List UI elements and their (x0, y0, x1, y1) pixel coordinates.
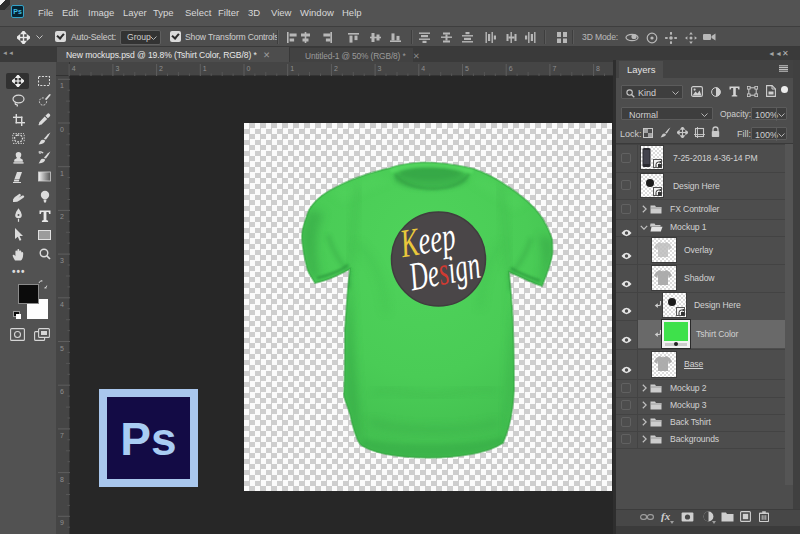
svg-text:6: 6 (60, 388, 64, 395)
svg-text:3: 3 (378, 65, 382, 72)
svg-text:1: 1 (60, 82, 64, 89)
svg-text:1: 1 (290, 65, 294, 72)
svg-text:5: 5 (465, 65, 469, 72)
svg-text:9: 9 (60, 519, 64, 526)
svg-text:4: 4 (60, 301, 64, 308)
svg-text:2: 2 (60, 213, 64, 220)
svg-text:2: 2 (334, 65, 338, 72)
svg-text:3: 3 (115, 65, 119, 72)
svg-text:0: 0 (247, 65, 251, 72)
svg-text:7: 7 (60, 432, 64, 439)
svg-text:7: 7 (552, 65, 556, 72)
svg-text:6: 6 (509, 65, 513, 72)
svg-text:3: 3 (60, 257, 64, 264)
svg-text:2: 2 (159, 65, 163, 72)
svg-text:8: 8 (60, 476, 64, 483)
svg-text:8: 8 (596, 65, 600, 72)
svg-text:5: 5 (60, 345, 64, 352)
svg-text:4: 4 (421, 65, 425, 72)
svg-text:4: 4 (72, 65, 76, 72)
svg-text:1: 1 (203, 65, 207, 72)
svg-text:1: 1 (60, 170, 64, 177)
svg-text:0: 0 (60, 126, 64, 133)
